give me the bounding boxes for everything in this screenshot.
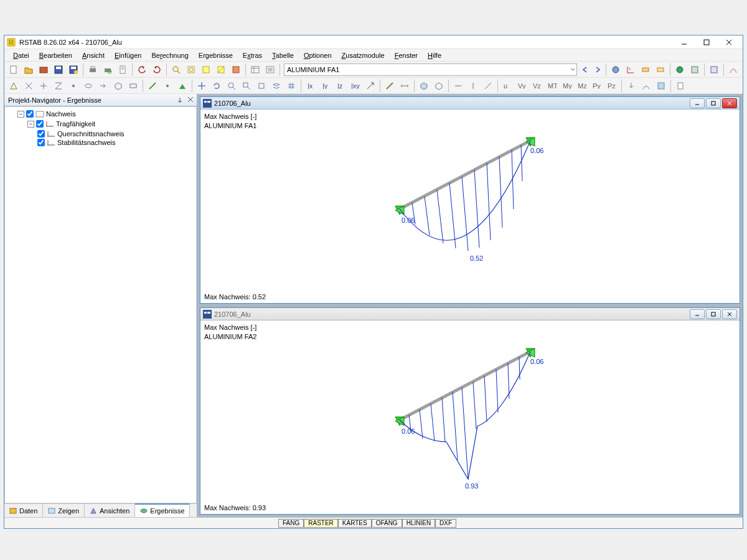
tab-ergebnisse[interactable]: Ergebnisse — [135, 503, 190, 517]
rotate-icon[interactable] — [210, 79, 223, 93]
force-mz-icon[interactable]: Mz — [575, 79, 589, 93]
collapse-icon[interactable]: − — [17, 111, 24, 118]
undo-icon[interactable] — [135, 63, 149, 77]
print-icon[interactable] — [86, 63, 100, 77]
table-toggle-icon[interactable] — [248, 63, 262, 77]
save-icon[interactable] — [52, 63, 65, 77]
mdi-header-1[interactable]: 210706_Alu — [200, 97, 740, 110]
render-icon[interactable] — [417, 79, 431, 93]
print-preview-icon[interactable] — [101, 63, 115, 77]
tree-querschnittsnachweis[interactable]: Querschnittsnachweis — [37, 129, 194, 138]
checkbox-stabilitaet[interactable] — [37, 139, 45, 146]
force-u-icon[interactable]: u — [500, 79, 514, 93]
results-icon[interactable] — [609, 63, 622, 77]
menu-fenster[interactable]: Fenster — [390, 50, 423, 60]
force-vz-icon[interactable]: Vz — [530, 79, 544, 93]
extras1-icon[interactable] — [726, 63, 740, 77]
support-reactions-icon[interactable] — [624, 79, 638, 93]
mdi-maximize-2[interactable] — [706, 309, 721, 319]
center-icon[interactable] — [67, 79, 80, 93]
notes-icon[interactable] — [674, 79, 687, 93]
force-py-icon[interactable]: Py — [590, 79, 604, 93]
checkbox-nachweis[interactable] — [26, 110, 34, 118]
view-z-icon[interactable] — [52, 79, 65, 93]
filter-icon[interactable] — [184, 63, 198, 77]
force-my-icon[interactable]: My — [560, 79, 574, 93]
node-icon[interactable] — [161, 79, 174, 93]
list-icon[interactable] — [263, 63, 277, 77]
menu-extras[interactable]: Extras — [238, 50, 267, 60]
status-kartes[interactable]: KARTES — [338, 519, 372, 528]
checkbox-tragfaehigkeit[interactable] — [36, 120, 44, 128]
axis-xy-icon[interactable]: |xy — [349, 79, 362, 93]
mdi-maximize-1[interactable] — [706, 98, 721, 108]
dim-d-icon[interactable] — [481, 79, 495, 93]
measure-icon[interactable] — [383, 79, 397, 93]
next-lc-icon[interactable] — [592, 64, 603, 75]
search-icon[interactable] — [169, 63, 183, 77]
mdi-header-2[interactable]: 210706_Alu — [200, 308, 740, 320]
measure2-icon[interactable] — [398, 79, 411, 93]
axis-y-icon[interactable]: |y — [319, 79, 332, 93]
mdi-close-1[interactable] — [722, 98, 737, 108]
status-hlinien[interactable]: HLINIEN — [402, 519, 435, 528]
pan-icon[interactable] — [195, 79, 209, 93]
navigator-tree[interactable]: − Nachweis − Tragfähigkeit — [4, 106, 197, 503]
tree-tragfaehigkeit[interactable]: − Tragfähigkeit Querschnittsnachweis — [27, 119, 194, 147]
menu-ergebnisse[interactable]: Ergebnisse — [194, 50, 238, 60]
grid-icon[interactable] — [284, 79, 298, 93]
highlight-icon[interactable] — [199, 63, 213, 77]
calc-icon[interactable] — [673, 63, 687, 77]
support-icon[interactable] — [176, 79, 189, 93]
menu-einfuegen[interactable]: Einfügen — [110, 50, 146, 60]
redo-icon[interactable] — [150, 63, 164, 77]
force-mt-icon[interactable]: MT — [545, 79, 559, 93]
axis-x-icon[interactable]: |x — [304, 79, 317, 93]
arrow-icon[interactable] — [364, 79, 377, 93]
tree-stabilitaetsnachweis[interactable]: Stabilitätsnachweis — [37, 138, 194, 147]
close-panel-icon[interactable] — [188, 97, 193, 103]
menu-datei[interactable]: Datei — [8, 50, 34, 60]
tab-ansichten[interactable]: Ansichten — [85, 504, 135, 517]
status-fang[interactable]: FANG — [278, 519, 304, 528]
menu-berechnung[interactable]: Berechnung — [146, 50, 193, 60]
orbit-icon[interactable] — [82, 79, 95, 93]
isometric-icon[interactable] — [111, 79, 125, 93]
diagram-icon[interactable] — [639, 79, 653, 93]
layers-icon[interactable] — [270, 79, 283, 93]
member-icon[interactable] — [146, 79, 159, 93]
menu-tabelle[interactable]: Tabelle — [267, 50, 299, 60]
report-icon[interactable] — [116, 63, 129, 77]
dim-h-icon[interactable] — [451, 79, 465, 93]
mdi-minimize-2[interactable] — [690, 309, 705, 319]
mdi-minimize-1[interactable] — [690, 98, 705, 108]
collapse-icon[interactable]: − — [27, 121, 34, 128]
table-icon[interactable] — [654, 79, 668, 93]
checkbox-querschnitt[interactable] — [37, 130, 45, 138]
menu-ansicht[interactable]: Ansicht — [77, 50, 110, 60]
menu-bearbeiten[interactable]: Bearbeiten — [34, 50, 77, 60]
close-button[interactable] — [718, 36, 740, 49]
loadcase-combo[interactable]: ALUMINIUM FA1 — [284, 63, 577, 76]
zoom-icon[interactable] — [225, 79, 238, 93]
new-icon[interactable] — [7, 63, 21, 77]
mdi-close-2[interactable] — [722, 309, 737, 319]
deformation-icon[interactable] — [639, 63, 652, 77]
force-pz-icon[interactable]: Pz — [605, 79, 619, 93]
pin-icon[interactable] — [177, 97, 183, 103]
open-project-icon[interactable] — [37, 63, 50, 77]
menu-hilfe[interactable]: Hilfe — [423, 50, 446, 60]
prev-lc-icon[interactable] — [580, 64, 591, 75]
zoom-window-icon[interactable] — [240, 79, 253, 93]
plane-icon[interactable] — [126, 79, 140, 93]
loads-icon[interactable] — [624, 63, 637, 77]
tab-zeigen[interactable]: Zeigen — [43, 504, 85, 517]
status-ofang[interactable]: OFANG — [372, 519, 402, 528]
axis-z-icon[interactable]: |z — [334, 79, 347, 93]
view-arrow-icon[interactable] — [96, 79, 110, 93]
box-icon[interactable] — [255, 79, 268, 93]
wireframe-icon[interactable] — [432, 79, 446, 93]
view3d-icon[interactable] — [7, 79, 21, 93]
maximize-button[interactable] — [695, 36, 718, 49]
view-y-icon[interactable] — [37, 79, 50, 93]
